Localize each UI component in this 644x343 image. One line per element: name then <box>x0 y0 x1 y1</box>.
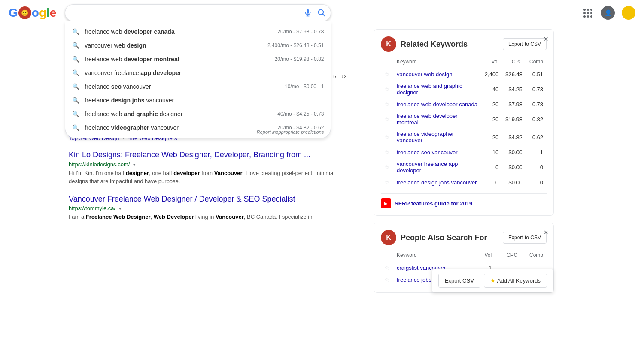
keyword-row: ☆ freelance videographer vancouver 20 $4… <box>381 128 547 146</box>
keyword-vol: 20 <box>481 110 502 128</box>
col-comp-p: Comp <box>521 250 547 262</box>
keyword-link[interactable]: freelance web and graphic designer <box>397 83 462 96</box>
star-icon[interactable]: ☆ <box>384 71 390 78</box>
keyword-row: ☆ freelance web developer canada 20 $7.9… <box>381 98 547 110</box>
autocomplete-item[interactable]: 🔍 freelance web and graphic designer 40/… <box>65 107 331 121</box>
keyword-cpc: $0.00 <box>502 158 526 176</box>
panel-header-related: K Related Keywords Export to CSV <box>381 36 547 52</box>
keyword-cpc: $0.00 <box>502 176 526 188</box>
keyword-vol: 20 <box>481 98 502 110</box>
keyword-comp: 0.78 <box>526 98 547 110</box>
k-icon-people: K <box>381 230 396 245</box>
organic-result-tommy: Vancouver Freelance Web Designer / Devel… <box>69 194 348 221</box>
search-input[interactable]: vancouver freelance web designer <box>65 4 331 21</box>
star-icon[interactable]: ☆ <box>384 101 390 108</box>
user-avatar[interactable] <box>622 6 635 20</box>
keyword-cpc: $19.98 <box>502 110 526 128</box>
keyword-cpc: $0.00 <box>502 146 526 158</box>
keyword-cpc: $4.82 <box>502 128 526 146</box>
keyword-comp: 0.51 <box>526 68 547 80</box>
col-keyword-p: Keyword <box>393 250 465 262</box>
search-button-icon[interactable] <box>316 8 327 18</box>
search-small-icon: 🔍 <box>72 56 79 63</box>
keyword-comp: 1 <box>526 146 547 158</box>
add-all-keywords-btn[interactable]: ★ Add All Keywords <box>484 274 547 288</box>
star-icon[interactable]: ☆ <box>384 116 390 123</box>
youtube-icon <box>381 198 391 208</box>
export-csv-overlay-btn[interactable]: Export CSV <box>438 274 480 288</box>
keyword-comp: 0.73 <box>526 80 547 98</box>
related-keywords-panel: × K Related Keywords Export to CSV Keywo… <box>374 29 554 216</box>
people-also-export-btn[interactable]: Export to CSV <box>503 232 547 244</box>
star-icon[interactable]: ☆ <box>384 276 390 283</box>
keyword-comp: 0 <box>526 158 547 176</box>
search-small-icon: 🔍 <box>72 69 79 76</box>
keyword-vol: 2,400 <box>481 68 502 80</box>
account-icon[interactable]: 👤 <box>601 6 615 20</box>
keyword-row: ☆ vancouver web design 2,400 $26.48 0.51 <box>381 68 547 80</box>
keyword-row: ☆ freelance seo vancouver 10 $0.00 1 <box>381 146 547 158</box>
star-icon[interactable]: ☆ <box>384 179 390 186</box>
mic-icon[interactable] <box>303 8 313 18</box>
url-row-kinlo: https://kinlodesigns.com/ ▾ <box>69 161 348 168</box>
keyword-cpc: $7.98 <box>502 98 526 110</box>
keyword-vol: 20 <box>481 128 502 146</box>
autocomplete-dropdown: 🔍 freelance web developer canada 20/mo -… <box>65 21 331 138</box>
keyword-comp: 0 <box>526 176 547 188</box>
result-url-kinlo: https://kinlodesigns.com/ ▾ <box>69 161 136 168</box>
keyword-link[interactable]: freelance videographer vancouver <box>397 131 454 144</box>
search-small-icon: 🔍 <box>72 124 79 131</box>
people-also-panel: × K People Also Search For Export to CSV… <box>374 223 554 293</box>
search-small-icon: 🔍 <box>72 28 79 35</box>
keyword-vol: 10 <box>481 146 502 158</box>
k-icon-related: K <box>381 36 396 52</box>
related-keywords-export-btn[interactable]: Export to CSV <box>503 38 547 50</box>
related-keywords-close[interactable]: × <box>544 35 548 44</box>
keyword-cpc: $4.25 <box>502 80 526 98</box>
autocomplete-item[interactable]: 🔍 freelance design jobs vancouver <box>65 93 331 107</box>
col-vol-p: Vol <box>465 250 495 262</box>
star-yellow-icon: ★ <box>490 277 495 284</box>
people-also-close[interactable]: × <box>544 228 548 237</box>
url-row-tommy: https://tommyle.ca/ ▾ <box>69 205 348 211</box>
keyword-row: ☆ freelance web and graphic designer 40 … <box>381 80 547 98</box>
result-desc-kinlo: Hi I'm Kin. I'm one half designer, one h… <box>69 169 348 186</box>
keyword-link[interactable]: freelance web developer canada <box>397 101 477 108</box>
star-icon[interactable]: ☆ <box>384 264 390 271</box>
autocomplete-item[interactable]: 🔍 freelance web developer montreal 20/mo… <box>65 52 331 66</box>
apps-icon[interactable] <box>582 7 594 19</box>
result-title-tommy[interactable]: Vancouver Freelance Web Designer / Devel… <box>69 194 348 204</box>
report-text[interactable]: Report inappropriate predictions <box>257 129 324 135</box>
panel-header-people: K People Also Search For Export to CSV <box>381 230 547 245</box>
related-keywords-title: Related Keywords <box>401 40 498 49</box>
autocomplete-item[interactable]: 🔍 vancouver web design 2,400/mo - $26.48… <box>65 39 331 52</box>
col-keyword: Keyword <box>393 57 481 68</box>
keyword-link[interactable]: vancouver freelance app developer <box>397 161 458 174</box>
google-logo: G😐ogle <box>9 6 56 20</box>
col-comp: Comp <box>526 57 547 68</box>
keyword-row: ☆ freelance web developer montreal 20 $1… <box>381 110 547 128</box>
autocomplete-item[interactable]: 🔍 freelance seo vancouver 10/mo - $0.00 … <box>65 80 331 93</box>
result-desc-tommy: I am a Freelance Web Designer, Web Devel… <box>69 213 348 221</box>
yt-link[interactable]: SERP features guide for 2019 <box>395 200 472 207</box>
autocomplete-item[interactable]: 🔍 vancouver freelance app developer <box>65 66 331 80</box>
svg-line-4 <box>323 14 325 16</box>
keyword-link[interactable]: freelance web developer montreal <box>397 113 458 126</box>
keyword-comp: 0.82 <box>526 110 547 128</box>
keyword-link[interactable]: freelance seo vancouver <box>397 149 458 156</box>
keyword-row: ☆ vancouver freelance app developer 0 $0… <box>381 158 547 176</box>
autocomplete-item[interactable]: 🔍 freelance web developer canada 20/mo -… <box>65 25 331 39</box>
keyword-vol: 0 <box>481 176 502 188</box>
col-star <box>381 57 393 68</box>
search-small-icon: 🔍 <box>72 97 79 104</box>
organic-result-kinlo: Kin Lo Designs: Freelance Web Designer, … <box>69 150 348 185</box>
keyword-link[interactable]: freelance design jobs vancouver <box>397 179 477 186</box>
star-icon[interactable]: ☆ <box>384 134 390 141</box>
search-icons <box>303 8 327 18</box>
keyword-link[interactable]: vancouver web design <box>397 71 452 78</box>
star-icon[interactable]: ☆ <box>384 164 390 171</box>
star-icon[interactable]: ☆ <box>384 149 390 156</box>
result-title-kinlo[interactable]: Kin Lo Designs: Freelance Web Designer, … <box>69 150 348 160</box>
star-icon[interactable]: ☆ <box>384 86 390 93</box>
people-also-title: People Also Search For <box>401 233 498 242</box>
